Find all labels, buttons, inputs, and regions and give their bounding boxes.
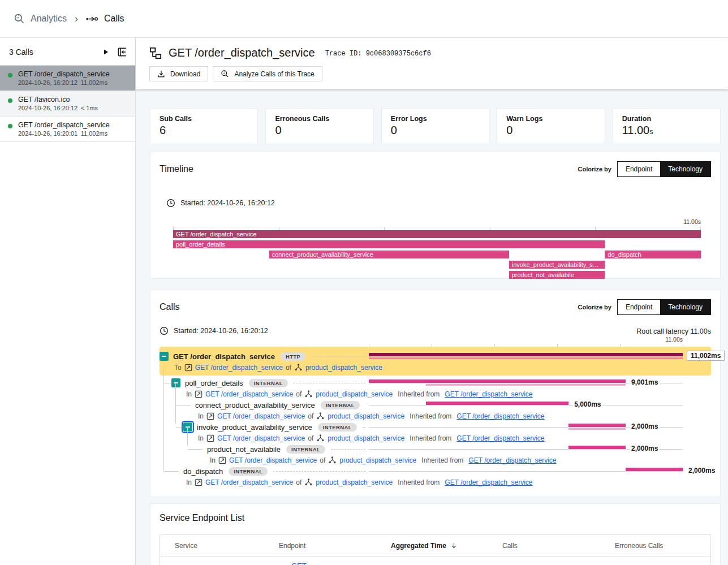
service-link[interactable]: product_dispatch_service [305,364,382,372]
colorize-option-endpoint[interactable]: Endpoint [618,162,660,176]
timeline-title: Timeline [160,164,193,174]
timeline-span-bar[interactable]: connect_product_availability_service [269,251,509,258]
duration-label: 11,002ms [687,351,725,361]
service-link[interactable]: product_dispatch_service [316,478,393,486]
endpoint-icon [184,364,192,372]
col-erroneous-calls[interactable]: Erroneous Calls [608,542,710,550]
endpoint-link[interactable]: GET /order_dispatch_service [217,412,305,420]
call-duration-bar[interactable] [369,353,683,356]
call-row-detail: InGET /order_dispatch_serviceofproduct_d… [160,389,711,399]
list-item[interactable]: GET /favicon.ico2024-10-26, 16:20:12 < 1… [0,91,135,117]
call-name[interactable]: GET /order_dispatch_service [173,352,275,361]
stat-label: Warn Logs [506,115,595,123]
call-duration-bar[interactable] [369,379,626,383]
call-row-main: poll_order_detailsINTERNAL [160,377,369,389]
of-label: of [320,456,325,464]
timeline-span-bar[interactable]: product_not_availabile [509,271,605,279]
play-caret-icon[interactable] [102,49,109,55]
endpoint-link[interactable]: GET /order_dispatch_service [291,562,384,565]
endpoint-link[interactable]: GET /order_dispatch_service [217,434,305,442]
col-calls[interactable]: Calls [495,542,608,550]
colorize-switcher: Endpoint Technology [617,161,711,177]
inherited-from-label: Inherited from [398,478,440,486]
trace-header: GET /order_dispatch_service Trace ID: 9c… [136,38,728,89]
service-link[interactable]: product_dispatch_service [328,412,404,420]
of-label: of [296,390,301,398]
calls-title: Calls [160,302,180,312]
endpoint-link[interactable]: GET /order_dispatch_service [195,364,283,372]
breadcrumb-analytics[interactable]: Analytics [31,14,67,24]
list-item[interactable]: GET /order_dispatch_service2024-10-26, 1… [0,66,135,91]
collapse-expander-icon[interactable] [183,422,192,432]
inherited-from-link[interactable]: GET /order_dispatch_service [445,390,532,398]
of-label: of [308,434,313,442]
col-aggregated-time[interactable]: Aggregated Time [384,542,495,550]
endpoint-link[interactable]: GET /order_dispatch_service [205,390,293,398]
breadcrumb-calls[interactable]: Calls [104,14,124,24]
col-endpoint[interactable]: Endpoint [272,542,384,550]
call-name[interactable]: connect_product_availability_service [195,401,315,409]
inherited-from-label: Inherited from [410,412,451,420]
inherited-from-link[interactable]: GET /order_dispatch_service [445,478,532,486]
stat-value: 0 [506,124,595,137]
service-link[interactable]: product_dispatch_service [316,390,393,398]
timeline-span-bar[interactable]: poll_order_details [173,240,605,248]
service-link[interactable]: product_dispatch_service [328,434,404,442]
call-row-main: connect_product_availability_serviceINTE… [160,399,369,411]
sort-descending-icon [450,542,458,549]
root-call-latency: Root call latency 11.00s [636,327,711,335]
dashed-leader [294,383,365,383]
table-body: product_dispatch_serviceGET /order_dispa… [160,557,710,565]
service-link[interactable]: product_dispatch_service [339,456,416,464]
tree-connector [164,471,179,472]
list-item-text: GET /order_dispatch_service2024-10-26, 1… [18,70,110,86]
stat-label: Erroneous Calls [275,115,364,123]
trace-id: Trace ID: 9c068309375c6cf6 [325,50,431,58]
colorize-option-technology[interactable]: Technology [660,300,710,314]
main-panel: GET /order_dispatch_service Trace ID: 9c… [136,38,728,565]
dashed-leader [363,427,365,428]
download-button[interactable]: Download [149,66,208,81]
call-row: GET /order_dispatch_serviceHTTPToGET /or… [160,347,711,376]
call-name[interactable]: invoke_product_availability_service [197,423,312,432]
colorize-option-technology[interactable]: Technology [660,162,710,176]
col-service[interactable]: Service [160,542,272,550]
inherited-from-link[interactable]: GET /order_dispatch_service [456,412,544,420]
collapse-panel-icon[interactable] [117,47,127,57]
service-icon [294,363,303,372]
inherited-from-link[interactable]: GET /order_dispatch_service [456,434,544,442]
timeline-span-bar[interactable]: invoke_product_availability_service [509,261,605,269]
analytics-icon [14,13,25,24]
call-duration-bar[interactable] [568,424,626,427]
direction-label: In [186,478,192,486]
collapse-expander-icon[interactable] [160,352,169,361]
timeline-gantt: 11.00s GET /order_dispatch_servicepoll_o… [173,227,701,283]
endpoint-link[interactable]: GET /order_dispatch_service [229,456,317,464]
timeline-span-bar[interactable]: do_dispatch [605,251,701,258]
inherited-from-link[interactable]: GET /order_dispatch_service [468,456,556,464]
endpoint-link[interactable]: GET /order_dispatch_service [205,478,293,486]
call-name[interactable]: do_dispatch [183,467,223,476]
service-icon [304,478,313,486]
list-item-text: GET /favicon.ico2024-10-26, 16:20:12 < 1… [18,96,98,111]
app-window: Analytics › Calls 3 Calls GET /order_dis… [0,0,728,565]
call-duration-bar[interactable] [568,446,626,449]
cell-endpoint: GET /order_dispatch_service [272,562,384,565]
breadcrumb: Analytics › Calls [14,13,124,25]
colorize-option-endpoint[interactable]: Endpoint [618,300,660,314]
breadcrumb-chevron-icon: › [75,13,78,25]
gantt-track [369,471,683,472]
collapse-expander-icon[interactable] [171,378,180,387]
call-row-main: GET /order_dispatch_serviceHTTP [160,351,369,362]
stat-tile-sub-calls: Sub Calls6 [150,108,258,144]
list-item[interactable]: GET /order_dispatch_service2024-10-26, 1… [0,117,135,142]
status-dot-icon [8,124,12,128]
call-duration-bar[interactable] [626,468,683,471]
duration-label: 2,000ms [630,422,660,430]
colorize-label: Colorize by [578,304,611,310]
call-name[interactable]: product_not_availabile [207,445,281,454]
call-name[interactable]: poll_order_details [185,379,243,387]
timeline-span-bar[interactable]: GET /order_dispatch_service [173,230,701,238]
call-duration-bar[interactable] [426,402,568,405]
analyze-calls-button[interactable]: Analyze Calls of this Trace [213,66,322,81]
